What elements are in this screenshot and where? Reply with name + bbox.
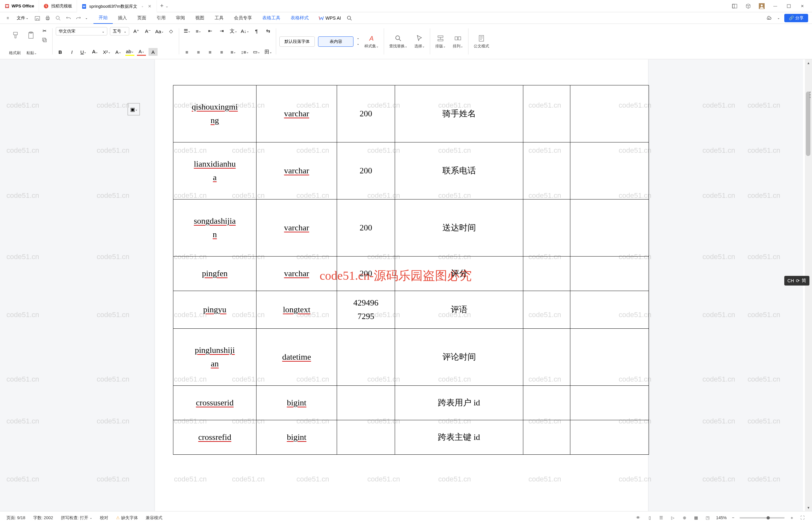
clear-format-icon[interactable]: ◇: [167, 28, 176, 35]
official-mode-button[interactable]: 公文模式: [472, 33, 491, 50]
file-menu[interactable]: 文件⌄: [14, 15, 31, 21]
scrollbar-thumb[interactable]: [806, 92, 810, 156]
maximize-button[interactable]: [785, 2, 793, 10]
table-cell[interactable]: [570, 85, 649, 143]
char-shading-icon[interactable]: A: [149, 48, 158, 56]
table-cell[interactable]: [337, 329, 395, 386]
tab-icon[interactable]: ⇆: [264, 27, 272, 35]
table-cell[interactable]: 评论时间: [395, 329, 523, 386]
table-cell[interactable]: [523, 85, 570, 143]
table-cell[interactable]: [570, 386, 649, 420]
menu-tab-home[interactable]: 开始: [94, 12, 113, 24]
bold-icon[interactable]: B: [56, 48, 65, 56]
find-replace-button[interactable]: 查找替换⌄: [387, 33, 409, 50]
status-compat[interactable]: 兼容模式: [146, 515, 162, 521]
table-cell[interactable]: 跨表主键 id: [395, 420, 523, 455]
table-cell[interactable]: 联系电话: [395, 143, 523, 199]
table-cell[interactable]: longtext: [256, 291, 337, 329]
tab-document[interactable]: W springboot63f7m数据库文 ▫ ✕: [77, 0, 157, 12]
table-cell[interactable]: [523, 199, 570, 257]
search-icon[interactable]: [345, 14, 353, 22]
sort-icon[interactable]: A↓⌄: [241, 27, 249, 35]
zoom-in-icon[interactable]: ＋: [790, 515, 794, 521]
table-cell[interactable]: 评分: [395, 257, 523, 291]
menu-tab-page[interactable]: 页面: [132, 13, 151, 23]
table-cell[interactable]: [523, 291, 570, 329]
table-cell[interactable]: varchar: [256, 199, 337, 257]
table-cell[interactable]: [523, 386, 570, 420]
table-cell[interactable]: 200: [337, 143, 395, 199]
status-spellcheck[interactable]: 拼写检查: 打开⌄: [61, 515, 92, 521]
status-words[interactable]: 字数: 2002: [33, 515, 53, 521]
highlight-icon[interactable]: ab⌄: [125, 48, 134, 56]
style-set-button[interactable]: A 样式集⌄: [363, 33, 381, 50]
table-cell[interactable]: [337, 420, 395, 455]
menu-tab-table-tools[interactable]: 表格工具: [257, 13, 285, 23]
table-cell[interactable]: 评语: [395, 291, 523, 329]
table-cell[interactable]: [337, 386, 395, 420]
add-tab-button[interactable]: +: [160, 3, 164, 9]
shading-icon[interactable]: ▭⌄: [252, 48, 261, 56]
line-spacing-icon[interactable]: ↕≡⌄: [241, 48, 249, 56]
zoom-slider[interactable]: [740, 517, 784, 519]
scroll-up-icon[interactable]: ▲: [805, 59, 812, 66]
table-cell[interactable]: 200: [337, 199, 395, 257]
underline-icon[interactable]: U⌄: [79, 48, 88, 56]
menu-tab-member[interactable]: 会员专享: [229, 13, 257, 23]
pilcrow-icon[interactable]: ¶: [252, 27, 261, 35]
table-cell[interactable]: varchar: [256, 143, 337, 199]
table-cell[interactable]: 4294967295: [337, 291, 395, 329]
text-effects-icon[interactable]: A⌄: [114, 48, 123, 56]
text-direction-icon[interactable]: 文⌄: [229, 27, 238, 35]
copy-icon[interactable]: [40, 36, 49, 44]
superscript-icon[interactable]: X²⌄: [102, 48, 111, 56]
table-cell[interactable]: 200: [337, 85, 395, 143]
table-cell[interactable]: [523, 420, 570, 455]
menu-tab-view[interactable]: 视图: [190, 13, 210, 23]
table-cell[interactable]: 跨表用户 id: [395, 386, 523, 420]
style-default-paragraph[interactable]: 默认段落字体: [279, 36, 315, 47]
decrease-font-icon[interactable]: A⁻: [144, 28, 152, 35]
table-cell[interactable]: 送达时间: [395, 199, 523, 257]
cloud-icon[interactable]: [765, 14, 773, 22]
cut-icon[interactable]: ✂: [40, 27, 49, 35]
tab-overflow-icon[interactable]: ▫: [140, 4, 145, 9]
view-focus-icon[interactable]: ◳: [705, 515, 711, 521]
save-icon[interactable]: [34, 14, 41, 22]
paste-button[interactable]: [24, 30, 37, 41]
arrange-h-button[interactable]: 排列⌄: [451, 33, 465, 50]
table-cell[interactable]: [523, 143, 570, 199]
view-grid-icon[interactable]: ▦: [693, 515, 699, 521]
table-cell[interactable]: lianxidianhua: [173, 143, 256, 199]
style-table-content[interactable]: 表内容: [318, 36, 353, 47]
table-cell[interactable]: qishouxingming: [173, 85, 256, 143]
close-button[interactable]: ✕: [798, 2, 806, 10]
table-cell[interactable]: 200: [337, 257, 395, 291]
ime-indicator[interactable]: CH ⟳ 简: [784, 276, 809, 285]
view-page-icon[interactable]: ▯: [646, 515, 653, 521]
preview-icon[interactable]: [54, 14, 62, 22]
layout-icon[interactable]: [731, 2, 739, 10]
close-icon[interactable]: ✕: [148, 4, 152, 9]
menu-tab-review[interactable]: 审阅: [171, 13, 190, 23]
table-cell[interactable]: varchar: [256, 85, 337, 143]
font-color-icon[interactable]: A⌄: [137, 48, 146, 56]
menu-tab-reference[interactable]: 引用: [151, 13, 171, 23]
table-cell[interactable]: pingyu: [173, 291, 256, 329]
table-cell[interactable]: varchar: [256, 257, 337, 291]
zoom-out-icon[interactable]: −: [732, 515, 734, 520]
select-button[interactable]: 选择⌄: [412, 33, 427, 50]
table-cell[interactable]: [570, 291, 649, 329]
hamburger-icon[interactable]: ≡: [4, 14, 12, 22]
align-left-icon[interactable]: ≡: [182, 48, 192, 56]
app-tab[interactable]: WPS Office: [0, 0, 39, 12]
table-cell[interactable]: [570, 199, 649, 257]
font-size-select[interactable]: 五号⌄: [110, 27, 129, 35]
table-handle-icon[interactable]: ▣ ⌄: [128, 103, 140, 115]
distribute-icon[interactable]: ≡⌄: [229, 48, 238, 56]
zoom-level[interactable]: 145%: [716, 515, 727, 520]
table-cell[interactable]: datetime: [256, 329, 337, 386]
view-play-icon[interactable]: ▷: [669, 515, 676, 521]
menu-tab-insert[interactable]: 插入: [113, 13, 132, 23]
table-cell[interactable]: crossuserid: [173, 386, 256, 420]
